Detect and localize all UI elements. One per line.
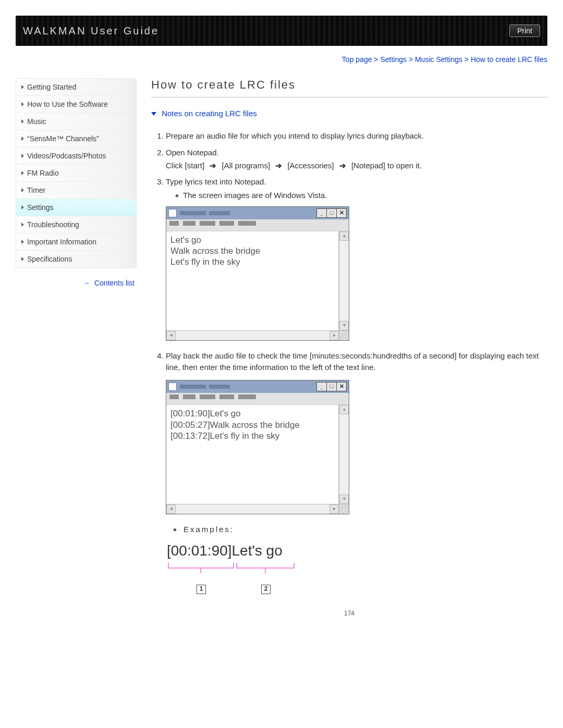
anchor-notes-link[interactable]: Notes on creating LRC files <box>151 109 547 118</box>
sidebar-item-music[interactable]: Music <box>16 113 136 130</box>
notepad-app-icon <box>168 382 177 391</box>
chevron-right-icon <box>21 223 24 227</box>
sidebar-item-specifications[interactable]: Specifications <box>16 251 136 267</box>
notepad-line: [00:01:90]Let's go <box>170 408 334 419</box>
maximize-icon[interactable]: □ <box>326 382 337 391</box>
step-text: Open Notepad. <box>166 148 219 157</box>
bracket-diagram-icon <box>167 562 323 585</box>
close-icon[interactable]: ✕ <box>336 208 347 218</box>
title-separator <box>151 97 547 97</box>
close-icon[interactable]: ✕ <box>336 382 347 391</box>
print-button[interactable]: Print <box>509 24 540 37</box>
scroll-up-icon[interactable]: ▴ <box>339 231 349 241</box>
horizontal-scrollbar[interactable]: ◂ ▸ <box>166 504 349 514</box>
lrc-example-diagram: [00:01:90]Let's go 1 2 <box>167 540 547 596</box>
chevron-right-icon <box>21 171 24 175</box>
notepad-textarea[interactable]: Let's go Walk across the bridge Let's fl… <box>166 231 339 330</box>
app-title: WALKMAN User Guide <box>23 25 159 37</box>
step-2-subline: Click [start] ➔ [All programs] ➔ [Access… <box>166 160 547 171</box>
breadcrumb[interactable]: Top page > Settings > Music Settings > H… <box>16 55 547 64</box>
contents-list-link[interactable]: Contents list <box>94 279 134 287</box>
minimize-icon[interactable]: _ <box>316 382 327 391</box>
horizontal-scrollbar[interactable]: ◂ ▸ <box>166 330 349 340</box>
sidebar-item-fm-radio[interactable]: FM Radio <box>16 165 136 182</box>
sidebar-item-important-info[interactable]: Important Information <box>16 233 136 251</box>
notepad-line: [00:05:27]Walk across the bridge <box>170 419 334 430</box>
scroll-down-icon[interactable]: ▾ <box>339 495 349 504</box>
subline-part: [All programs] <box>222 161 271 170</box>
header-bar: WALKMAN User Guide Print <box>16 16 547 46</box>
scroll-right-icon[interactable]: ▸ <box>329 331 339 340</box>
subline-part: [Notepad] to open it. <box>351 161 422 170</box>
page-title: How to create LRC files <box>151 78 547 92</box>
notepad-app-icon <box>168 209 177 217</box>
lrc-example-text: [00:01:90]Let's go <box>167 540 547 562</box>
scroll-left-icon[interactable]: ◂ <box>166 504 176 514</box>
vertical-scrollbar[interactable]: ▴ ▾ <box>339 231 349 330</box>
sidebar-item-label: Specifications <box>27 255 72 263</box>
sidebar-item-settings[interactable]: Settings <box>16 199 136 216</box>
notepad-line: Walk across the bridge <box>170 245 334 256</box>
titlebar-text-placeholder <box>180 385 206 389</box>
chevron-right-icon <box>21 85 24 89</box>
notepad-titlebar: _ □ ✕ <box>166 380 349 393</box>
anchor-label: Notes on creating LRC files <box>162 109 257 118</box>
maximize-icon[interactable]: □ <box>326 208 337 218</box>
titlebar-text-placeholder <box>209 385 230 389</box>
step-3: Type lyrics text into Notepad. The scree… <box>166 176 547 341</box>
examples-heading: Examples: <box>173 524 547 535</box>
sidebar-item-label: Troubleshooting <box>27 220 79 229</box>
step-1: Prepare an audio file for which you inte… <box>166 130 547 142</box>
steps-list: Prepare an audio file for which you inte… <box>151 130 547 596</box>
notepad-textarea[interactable]: [00:01:90]Let's go [00:05:27]Walk across… <box>166 405 339 504</box>
notepad-window-1: _ □ ✕ Let's go Walk across the bridge <box>166 206 349 341</box>
step-text: Play back the audio file to check the ti… <box>166 351 538 372</box>
sidebar-item-getting-started[interactable]: Getting Started <box>16 79 136 96</box>
sidebar-item-sensme[interactable]: “SensMe™ Channels” <box>16 130 136 147</box>
arrow-right-icon: → <box>83 279 90 287</box>
subline-part: Click [start] <box>166 161 204 170</box>
notepad-line: Let's go <box>170 235 334 245</box>
sidebar-item-label: Music <box>27 117 46 126</box>
sidebar-item-how-to-use[interactable]: How to Use the Software <box>16 96 136 113</box>
sidebar-item-troubleshooting[interactable]: Troubleshooting <box>16 216 136 233</box>
scroll-left-icon[interactable]: ◂ <box>166 331 176 340</box>
sidebar-nav: Getting Started How to Use the Software … <box>16 78 137 268</box>
chevron-down-icon <box>151 112 156 116</box>
scroll-right-icon[interactable]: ▸ <box>329 504 339 514</box>
step-text: Type lyrics text into Notepad. <box>166 177 266 186</box>
resize-grip-icon[interactable] <box>339 504 349 514</box>
sidebar-item-label: Timer <box>27 186 45 194</box>
sidebar-item-label: Getting Started <box>27 83 76 91</box>
sidebar-item-label: Videos/Podcasts/Photos <box>27 152 106 160</box>
chevron-right-icon <box>21 240 24 244</box>
marker-1: 1 <box>197 585 206 594</box>
arrow-icon: ➔ <box>210 160 216 171</box>
scroll-down-icon[interactable]: ▾ <box>339 321 349 330</box>
notepad-line: [00:13:72]Let's fly in the sky <box>170 430 334 441</box>
notepad-line: Let's fly in the sky <box>170 256 334 267</box>
chevron-right-icon <box>21 257 24 261</box>
notepad-menubar <box>166 219 349 231</box>
chevron-right-icon <box>21 154 24 158</box>
chevron-right-icon <box>21 102 24 106</box>
notepad-window-2: _ □ ✕ [00:01:90]Let's go [00:05:27]Walk <box>166 380 349 514</box>
step-2: Open Notepad. Click [start] ➔ [All progr… <box>166 147 547 171</box>
step-4: Play back the audio file to check the ti… <box>166 350 547 596</box>
titlebar-text-placeholder <box>209 211 230 215</box>
page-number: 174 <box>151 610 547 617</box>
resize-grip-icon[interactable] <box>339 331 349 340</box>
sidebar-item-label: How to Use the Software <box>27 100 108 108</box>
minimize-icon[interactable]: _ <box>316 208 327 218</box>
titlebar-text-placeholder <box>180 211 206 215</box>
chevron-right-icon <box>21 137 24 141</box>
step-3-bullet: The screen images are of Windows Vista. <box>175 190 547 201</box>
sidebar-item-label: FM Radio <box>27 169 59 177</box>
marker-2: 2 <box>261 585 271 594</box>
sidebar-item-timer[interactable]: Timer <box>16 182 136 199</box>
vertical-scrollbar[interactable]: ▴ ▾ <box>339 405 349 504</box>
sidebar-item-videos[interactable]: Videos/Podcasts/Photos <box>16 147 136 165</box>
chevron-right-icon <box>21 205 24 209</box>
scroll-up-icon[interactable]: ▴ <box>339 405 349 414</box>
sidebar-item-label: “SensMe™ Channels” <box>27 134 99 143</box>
